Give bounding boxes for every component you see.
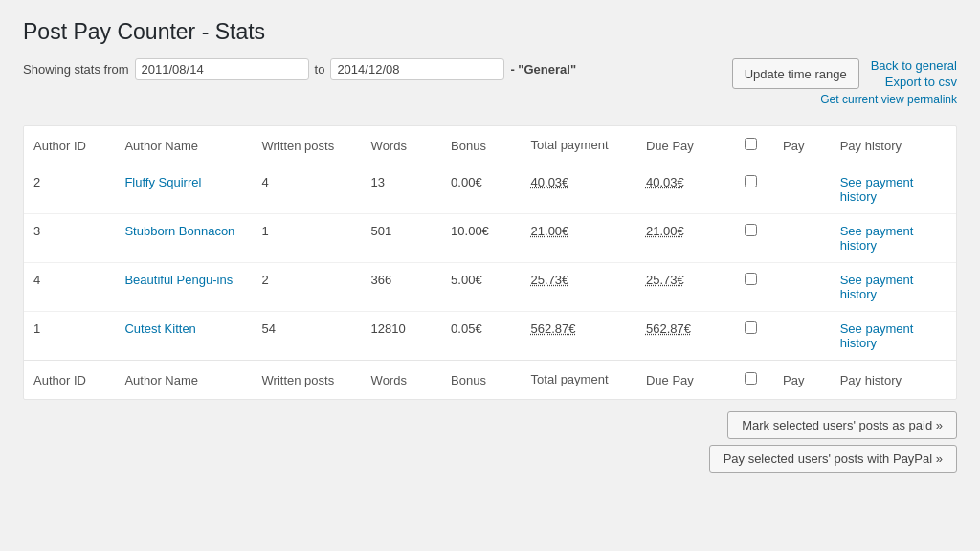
author-link[interactable]: Beautiful Pengu-ins xyxy=(124,273,233,287)
table-header-row: Author ID Author Name Written posts Word… xyxy=(24,126,956,165)
author-link[interactable]: Cutest Kitten xyxy=(124,321,195,336)
cell-author-id: 1 xyxy=(24,312,115,361)
bottom-buttons: Mark selected users' posts as paid » Pay… xyxy=(23,411,957,473)
table-row: 4 Beautiful Pengu-ins 2 366 5.00€ 25.73€… xyxy=(24,263,956,312)
cell-written-posts: 1 xyxy=(253,214,362,263)
top-links: Update time range Back to general Export… xyxy=(732,58,957,89)
see-payment-link[interactable]: See payment history xyxy=(840,273,914,301)
footer-pay: Pay xyxy=(773,361,831,400)
cell-author-id: 2 xyxy=(24,165,115,214)
permalink-link[interactable]: Get current view permalink xyxy=(820,93,957,106)
footer-total-payment: Total payment xyxy=(522,361,636,400)
cell-pay-history[interactable]: See payment history xyxy=(831,312,956,361)
row-checkbox[interactable] xyxy=(745,224,757,236)
cell-written-posts: 2 xyxy=(253,263,362,312)
cell-words: 501 xyxy=(362,214,441,263)
header-written-posts: Written posts xyxy=(253,126,362,165)
footer-author-name: Author Name xyxy=(115,361,252,400)
mark-paid-button[interactable]: Mark selected users' posts as paid » xyxy=(727,411,957,439)
select-all-checkbox[interactable] xyxy=(745,138,757,150)
author-link[interactable]: Fluffy Squirrel xyxy=(124,175,201,189)
row-checkbox[interactable] xyxy=(745,273,757,285)
footer-due-pay: Due Pay xyxy=(636,361,727,400)
date-to-input[interactable] xyxy=(330,58,504,80)
cell-words: 13 xyxy=(362,165,441,214)
cell-pay-checkbox[interactable] xyxy=(727,165,773,214)
header-author-name: Author Name xyxy=(115,126,252,165)
page-title: Post Pay Counter - Stats xyxy=(23,19,957,45)
top-bar: Showing stats from to - "General" Update… xyxy=(23,58,957,106)
mode-label: - "General" xyxy=(510,62,576,77)
cell-total-payment: 40.03€ xyxy=(522,165,636,214)
cell-total-payment: 562.87€ xyxy=(522,312,636,361)
stats-table-wrapper: Author ID Author Name Written posts Word… xyxy=(23,125,957,400)
cell-bonus: 5.00€ xyxy=(441,263,521,312)
table-body: 2 Fluffy Squirrel 4 13 0.00€ 40.03€ 40.0… xyxy=(24,165,956,361)
footer-select-all-checkbox[interactable] xyxy=(745,372,757,385)
cell-bonus: 0.00€ xyxy=(441,165,521,214)
footer-bonus: Bonus xyxy=(441,361,521,400)
cell-pay-label xyxy=(773,165,831,214)
see-payment-link[interactable]: See payment history xyxy=(840,321,914,350)
author-link[interactable]: Stubborn Bonnacon xyxy=(124,224,234,238)
cell-written-posts: 54 xyxy=(253,312,362,361)
cell-bonus: 10.00€ xyxy=(441,214,521,263)
cell-author-id: 3 xyxy=(24,214,115,263)
table-row: 1 Cutest Kitten 54 12810 0.05€ 562.87€ 5… xyxy=(24,312,956,361)
header-pay-history: Pay history xyxy=(831,126,956,165)
footer-pay-history: Pay history xyxy=(831,361,956,400)
cell-author-name[interactable]: Cutest Kitten xyxy=(115,312,252,361)
cell-pay-history[interactable]: See payment history xyxy=(831,263,956,312)
cell-author-name[interactable]: Stubborn Bonnacon xyxy=(115,214,252,263)
update-time-range-button[interactable]: Update time range xyxy=(732,58,859,89)
cell-pay-label xyxy=(773,214,831,263)
table-footer-row: Author ID Author Name Written posts Word… xyxy=(24,361,956,400)
pay-paypal-button[interactable]: Pay selected users' posts with PayPal » xyxy=(709,445,957,473)
cell-written-posts: 4 xyxy=(253,165,362,214)
footer-words: Words xyxy=(362,361,441,400)
cell-total-payment: 25.73€ xyxy=(522,263,636,312)
top-right-actions: Update time range Back to general Export… xyxy=(732,58,957,106)
cell-pay-checkbox[interactable] xyxy=(727,214,773,263)
cell-due-pay: 562.87€ xyxy=(636,312,727,361)
cell-due-pay: 40.03€ xyxy=(636,165,727,214)
cell-pay-checkbox[interactable] xyxy=(727,312,773,361)
cell-total-payment: 21.00€ xyxy=(522,214,636,263)
see-payment-link[interactable]: See payment history xyxy=(840,224,914,253)
header-words: Words xyxy=(362,126,441,165)
date-from-input[interactable] xyxy=(135,58,309,80)
cell-bonus: 0.05€ xyxy=(441,312,521,361)
cell-pay-label xyxy=(773,312,831,361)
cell-author-id: 4 xyxy=(24,263,115,312)
footer-pay-checkbox[interactable] xyxy=(727,361,773,400)
cell-due-pay: 21.00€ xyxy=(636,214,727,263)
footer-written-posts: Written posts xyxy=(253,361,362,400)
table-row: 2 Fluffy Squirrel 4 13 0.00€ 40.03€ 40.0… xyxy=(24,165,956,214)
cell-words: 366 xyxy=(362,263,441,312)
showing-stats: Showing stats from to - "General" xyxy=(23,58,576,80)
header-total-payment: Total payment xyxy=(522,126,636,165)
cell-due-pay: 25.73€ xyxy=(636,263,727,312)
header-bonus: Bonus xyxy=(441,126,521,165)
back-to-general-link[interactable]: Back to general xyxy=(871,58,957,73)
export-to-csv-link[interactable]: Export to csv xyxy=(885,75,957,89)
row-checkbox[interactable] xyxy=(745,321,757,334)
cell-author-name[interactable]: Beautiful Pengu-ins xyxy=(115,263,252,312)
cell-words: 12810 xyxy=(362,312,441,361)
header-pay: Pay xyxy=(773,126,831,165)
header-pay-checkbox[interactable] xyxy=(727,126,773,165)
cell-author-name[interactable]: Fluffy Squirrel xyxy=(115,165,252,214)
cell-pay-history[interactable]: See payment history xyxy=(831,165,956,214)
row-checkbox[interactable] xyxy=(745,175,757,187)
cell-pay-label xyxy=(773,263,831,312)
showing-label: Showing stats from xyxy=(23,62,129,77)
cell-pay-checkbox[interactable] xyxy=(727,263,773,312)
cell-pay-history[interactable]: See payment history xyxy=(831,214,956,263)
footer-author-id: Author ID xyxy=(24,361,115,400)
see-payment-link[interactable]: See payment history xyxy=(840,175,914,204)
stats-table: Author ID Author Name Written posts Word… xyxy=(24,126,956,399)
header-due-pay: Due Pay xyxy=(636,126,727,165)
date-to-label: to xyxy=(315,62,325,77)
header-author-id: Author ID xyxy=(24,126,115,165)
table-row: 3 Stubborn Bonnacon 1 501 10.00€ 21.00€ … xyxy=(24,214,956,263)
